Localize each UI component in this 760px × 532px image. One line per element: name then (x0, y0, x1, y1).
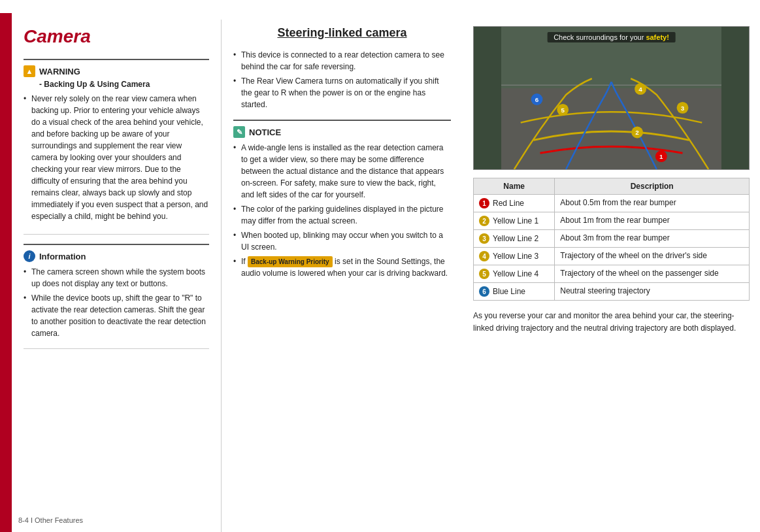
svg-text:4: 4 (638, 86, 642, 93)
row-num-5: 6 (479, 286, 489, 297)
notice-bullet-4: If Back-up Warning Priority is set in th… (233, 256, 451, 279)
left-column: Camera ▲ WARNING - Backing Up & Using Ca… (12, 20, 221, 532)
bottom-text: As you reverse your car and monitor the … (473, 310, 750, 335)
left-sidebar-bar (0, 13, 12, 532)
steering-bullet-1: This device is connected to a rear detec… (233, 49, 451, 73)
info-header: i Information (24, 250, 209, 262)
table-name-cell-4: 5 Yellow Line 4 (474, 265, 555, 283)
svg-text:6: 6 (535, 96, 539, 103)
svg-text:5: 5 (561, 107, 565, 114)
table-name-cell-5: 6 Blue Line (474, 283, 555, 301)
table-desc-cell-2: About 3m from the rear bumper (555, 230, 750, 248)
info-icon: i (24, 250, 35, 262)
warning-bullets: Never rely solely on the rear view camer… (24, 93, 209, 222)
table-header-description: Description (555, 178, 750, 195)
svg-text:2: 2 (635, 129, 639, 136)
steering-bullets: This device is connected to a rear detec… (233, 49, 451, 110)
row-name-5: Blue Line (493, 287, 525, 296)
info-label: Information (39, 252, 86, 261)
camera-image-area: 1 2 3 4 5 6 (473, 26, 750, 170)
page: Camera ▲ WARNING - Backing Up & Using Ca… (0, 0, 760, 532)
row-num-2: 3 (479, 233, 489, 244)
banner-prefix: Check surroundings for your (553, 33, 646, 41)
page-footer: 8-4 I Other Features (18, 516, 83, 524)
right-column: 1 2 3 4 5 6 (463, 20, 760, 532)
banner-highlight: safety! (646, 33, 669, 41)
svg-text:3: 3 (681, 105, 685, 112)
notice-header: ✎ NOTICE (233, 126, 451, 138)
notice-box: ✎ NOTICE A wide-angle lens is installed … (233, 120, 451, 279)
table-row: 6 Blue LineNeutral steering trajectory (474, 283, 750, 301)
svg-text:1: 1 (659, 153, 663, 160)
table-row: 2 Yellow Line 1About 1m from the rear bu… (474, 212, 750, 230)
table-name-cell-0: 1 Red Line (474, 195, 555, 212)
row-name-2: Yellow Line 2 (493, 234, 538, 243)
warning-bullet-1: Never rely solely on the rear view camer… (24, 93, 209, 222)
steering-title: Steering-linked camera (233, 26, 451, 40)
notice-label: NOTICE (249, 127, 281, 137)
warning-icon: ▲ (24, 65, 35, 77)
info-table: Name Description 1 Red LineAbout 0.5m fr… (473, 178, 750, 301)
middle-column: Steering-linked camera This device is co… (221, 20, 463, 532)
row-name-1: Yellow Line 1 (493, 216, 538, 225)
row-num-1: 2 (479, 216, 489, 226)
table-name-cell-1: 2 Yellow Line 1 (474, 212, 555, 230)
row-name-3: Yellow Line 3 (493, 252, 538, 261)
warning-label: WARNING (39, 67, 80, 76)
row-num-0: 1 (479, 198, 489, 208)
table-row: 5 Yellow Line 4Trajectory of the wheel o… (474, 265, 750, 283)
notice-bullet-1: A wide-angle lens is installed as the re… (233, 142, 451, 201)
warning-header: ▲ WARNING (24, 65, 209, 77)
table-row: 1 Red LineAbout 0.5m from the rear bumpe… (474, 195, 750, 212)
info-bullet-1: The camera screen shown while the system… (24, 266, 209, 290)
table-header-name: Name (474, 178, 555, 195)
notice-bullet-3: When booted up, blinking may occur when … (233, 229, 451, 253)
row-name-0: Red Line (493, 199, 524, 208)
row-num-3: 4 (479, 251, 489, 261)
info-bullet-2: While the device boots up, shift the gea… (24, 292, 209, 339)
page-title: Camera (24, 26, 209, 47)
information-box: i Information The camera screen shown wh… (24, 244, 209, 339)
divider-1 (24, 234, 209, 235)
row-num-4: 5 (479, 269, 489, 279)
content-area: Camera ▲ WARNING - Backing Up & Using Ca… (12, 13, 760, 532)
table-desc-cell-0: About 0.5m from the rear bumper (555, 195, 750, 212)
table-name-cell-2: 3 Yellow Line 2 (474, 230, 555, 248)
info-bullets: The camera screen shown while the system… (24, 266, 209, 339)
warning-box: ▲ WARNING - Backing Up & Using Camera Ne… (24, 59, 209, 222)
notice-bullet-2: The color of the parking guidelines disp… (233, 203, 451, 227)
table-desc-cell-5: Neutral steering trajectory (555, 283, 750, 301)
table-row: 4 Yellow Line 3Trajectory of the wheel o… (474, 248, 750, 265)
table-desc-cell-3: Trajectory of the wheel on the driver's … (555, 248, 750, 265)
row-name-4: Yellow Line 4 (493, 269, 538, 278)
camera-view-svg: 1 2 3 4 5 6 (474, 27, 749, 169)
notice-bullets: A wide-angle lens is installed as the re… (233, 142, 451, 279)
warning-sub: - Backing Up & Using Camera (39, 80, 209, 89)
backup-badge: Back-up Warning Priority (248, 256, 333, 267)
table-desc-cell-4: Trajectory of the wheel on the passenger… (555, 265, 750, 283)
notice-icon: ✎ (233, 126, 245, 138)
divider-2 (24, 348, 209, 349)
steering-bullet-2: The Rear View Camera turns on automatica… (233, 75, 451, 110)
table-row: 3 Yellow Line 2About 3m from the rear bu… (474, 230, 750, 248)
table-desc-cell-1: About 1m from the rear bumper (555, 212, 750, 230)
safety-banner: Check surroundings for your safety! (547, 32, 676, 42)
table-name-cell-3: 4 Yellow Line 3 (474, 248, 555, 265)
